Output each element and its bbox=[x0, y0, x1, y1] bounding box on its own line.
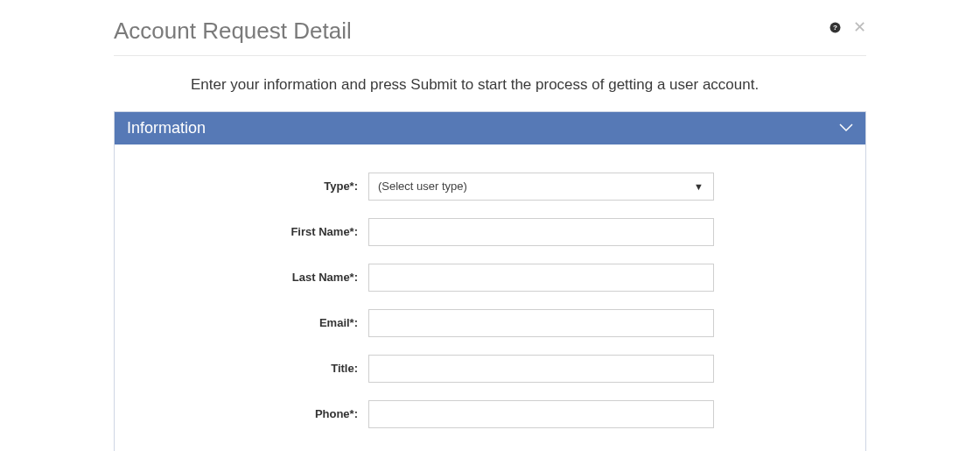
information-panel: Information Type*: (Select user type) ▼ bbox=[114, 111, 866, 451]
first-name-input[interactable] bbox=[368, 218, 714, 246]
type-select[interactable]: (Select user type) bbox=[368, 173, 714, 201]
close-icon[interactable]: ✕ bbox=[853, 19, 866, 35]
title-input[interactable] bbox=[368, 355, 714, 383]
page-title: Account Request Detail bbox=[114, 18, 352, 45]
first-name-label: First Name*: bbox=[150, 225, 368, 238]
help-icon[interactable]: ? bbox=[830, 22, 841, 33]
phone-input[interactable] bbox=[368, 400, 714, 428]
title-label: Title: bbox=[150, 362, 368, 375]
type-label: Type*: bbox=[150, 180, 368, 193]
last-name-label: Last Name*: bbox=[150, 271, 368, 284]
phone-label: Phone*: bbox=[150, 407, 368, 420]
instruction-text: Enter your information and press Submit … bbox=[191, 75, 768, 95]
email-label: Email*: bbox=[150, 316, 368, 329]
panel-title: Information bbox=[127, 119, 206, 137]
svg-text:?: ? bbox=[833, 24, 837, 32]
email-input[interactable] bbox=[368, 309, 714, 337]
chevron-down-icon bbox=[839, 121, 853, 135]
information-panel-header[interactable]: Information bbox=[115, 112, 865, 144]
last-name-input[interactable] bbox=[368, 264, 714, 292]
